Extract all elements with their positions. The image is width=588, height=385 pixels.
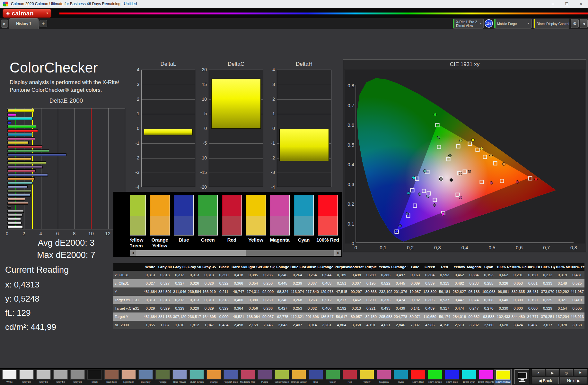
column-header: Blue — [408, 263, 423, 271]
measurement-table: WhiteGray 80Gray 65Gray 50Gray 35BlackDa… — [113, 263, 584, 329]
table-cell: 90,297 — [349, 287, 364, 296]
patch-cell-100-yellow[interactable]: 100% Yellow — [495, 369, 511, 385]
patch-cell-cyan[interactable]: Cyan — [393, 369, 409, 385]
patch-cell-light-skin[interactable]: Light Skin — [120, 369, 137, 385]
scroll-right-arrow[interactable]: ▶ — [336, 250, 341, 256]
patch-cell-red[interactable]: Red — [342, 369, 358, 385]
axis-tick-label: -4 — [130, 184, 139, 190]
scroll-left-arrow[interactable]: ◀ — [130, 250, 136, 256]
scrollbar-thumb[interactable] — [246, 250, 334, 256]
table-cell: 201,696 — [305, 312, 320, 321]
source-dropdown-mobile-forge[interactable]: Mobile Forge ▼ — [494, 19, 532, 29]
mini-button-0[interactable]: ∧ — [532, 369, 545, 376]
table-cell: 0,329 — [187, 304, 202, 312]
cie-x-tick: 0,4 — [461, 245, 468, 250]
patch-cell-gray-80[interactable]: Gray 80 — [18, 369, 35, 385]
patch-cell-100-green[interactable]: 100% Green — [427, 369, 443, 385]
minimize-button[interactable]: – — [546, 0, 560, 8]
table-cell: 0,354 — [246, 279, 261, 287]
de-bar-blue — [7, 153, 66, 156]
cie-y-tick: 0,4 — [345, 162, 354, 167]
cie-y-tick: 0,8 — [345, 83, 354, 88]
mini-button-1[interactable]: ▶ — [546, 369, 559, 376]
display-icon-button[interactable] — [514, 369, 529, 384]
axis-tick-label: 10 — [197, 97, 207, 102]
patch-cell-blue-flower[interactable]: Blue Flower — [171, 369, 188, 385]
patch-cell-bluish-green[interactable]: Bluish Green — [189, 369, 205, 385]
calman-window: Calman 2020 Calman Ultimate for Business… — [0, 0, 588, 385]
axis-tick-label: 0 — [197, 126, 207, 131]
patch-cell-100-red[interactable]: 100% Red — [410, 369, 426, 385]
cie-x-tick: 0,2 — [407, 245, 414, 250]
patch-cell-green[interactable]: Green — [325, 369, 341, 385]
table-cell: 2,513 — [452, 321, 467, 329]
patch-cell-orange[interactable]: Orange — [206, 369, 222, 385]
measured-dot-orange-yellow — [489, 154, 493, 157]
table-cell: 0,060 — [526, 304, 540, 312]
table-cell: 95,183 — [467, 287, 481, 296]
patch-cell-yellow-green[interactable]: Yellow Green — [274, 369, 290, 385]
table-cell: 0,195 — [364, 279, 378, 287]
back-button[interactable]: ◀ Back — [532, 377, 559, 384]
patch-chip — [496, 370, 510, 380]
tab-history-1[interactable]: History 1 — [9, 18, 39, 29]
patch-cell-moderate-red[interactable]: Moderate Red — [240, 369, 256, 385]
next-button[interactable]: Next ▶ — [560, 377, 587, 384]
patch-cell-100-blue[interactable]: 100% Blue — [444, 369, 460, 385]
patch-label: Yellow — [359, 381, 375, 383]
patch-cell-black[interactable]: Black — [86, 369, 103, 385]
de-bar-100-magenta — [7, 113, 16, 116]
close-button[interactable]: ✕ — [574, 0, 588, 8]
meter-line2: Direct View — [456, 24, 477, 28]
patch-cell-100-magenta[interactable]: 100% Magenta — [478, 369, 494, 385]
table-cell: 93,533 — [481, 312, 496, 321]
patch-cell-white[interactable]: White — [1, 369, 18, 385]
table-cell: 47,515 — [334, 287, 349, 296]
delta-chart-title: DeltaH — [277, 61, 331, 67]
patch-cell-gray-35[interactable]: Gray 35 — [69, 369, 86, 385]
patch-label: 100% Magenta — [478, 381, 494, 383]
patch-cell-gray-65[interactable]: Gray 65 — [35, 369, 52, 385]
maximize-button[interactable]: ☐ — [560, 0, 574, 8]
calman-menu-button[interactable]: ◈ calman ▼ — [3, 9, 51, 18]
patch-cell-purplish-blue[interactable]: Purplish Blue — [223, 369, 239, 385]
table-cell: 0,386 — [378, 271, 393, 279]
target-square-dark-skin — [463, 170, 467, 174]
patch-cell-orange-yellow[interactable]: Orange Yellow — [291, 369, 307, 385]
gear-icon[interactable]: ⚙ — [571, 19, 579, 28]
swatch-scrollbar[interactable]: ◀ ▶ — [130, 250, 341, 256]
add-tab-button[interactable]: + — [39, 20, 47, 27]
patch-cell-yellow[interactable]: Yellow — [359, 369, 375, 385]
deltal-bar — [144, 129, 193, 135]
meter-dropdown-xrite[interactable]: X-Rite i1Pro 2 Direct View ▼ — [453, 19, 484, 29]
patch-cell-foliage[interactable]: Foliage — [154, 369, 171, 385]
table-cell: 0,384 — [467, 271, 481, 279]
patch-cell-magenta[interactable]: Magenta — [376, 369, 392, 385]
axis-tick-label: -4 — [265, 184, 275, 190]
patch-cell-gray-50[interactable]: Gray 50 — [52, 369, 69, 385]
table-cell: 3,424 — [511, 321, 526, 329]
measured-dot-bluish-green — [423, 169, 426, 173]
pattern-dropdown-direct-display[interactable]: Direct Display Control ▼ — [533, 19, 569, 29]
mini-button-2[interactable]: ◷ — [560, 369, 573, 376]
axis-tick-label: -3 — [265, 170, 275, 175]
patch-cell-100-cyan[interactable]: 100% Cyan — [461, 369, 477, 385]
target-square-purplish-blue — [413, 203, 417, 208]
patch-cell-blue[interactable]: Blue — [308, 369, 324, 385]
table-cell: 384,501 — [158, 287, 172, 296]
table-cell: 0,385 — [246, 271, 261, 279]
tab-scroll-button[interactable]: ▶ — [1, 20, 8, 28]
patch-chip — [155, 370, 170, 380]
patch-cell-dark-skin[interactable]: Dark Skin — [103, 369, 120, 385]
table-cell: 0,406 — [320, 304, 334, 312]
table-cell: 132,292 — [555, 287, 570, 296]
table-cell: 0,662 — [496, 271, 511, 279]
mini-button-3[interactable]: ⚑ — [574, 369, 587, 376]
patch-cell-blue-sky[interactable]: Blue Sky — [137, 369, 154, 385]
collapse-panel-button[interactable]: ◀ — [580, 19, 588, 28]
patch-cell-purple[interactable]: Purple — [257, 369, 273, 385]
table-cell: 166,919 — [202, 287, 216, 296]
target-square-green — [437, 145, 441, 149]
table-cell: 89,957 — [349, 312, 364, 321]
luminance-badge: 157 — [485, 19, 493, 28]
